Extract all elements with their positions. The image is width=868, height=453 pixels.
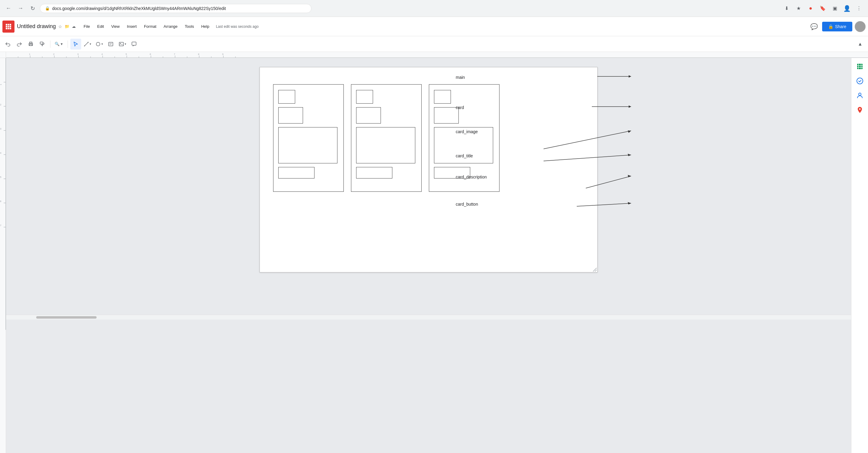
sidebar-contacts-icon[interactable] [854, 89, 866, 101]
label-card-description: card_description [456, 174, 487, 180]
card-1-description [278, 127, 337, 163]
ruler-left: 1 2 3 4 5 6 7 [0, 58, 6, 453]
svg-text:1: 1 [0, 84, 2, 85]
ruler-corner [0, 52, 6, 58]
window-icon[interactable]: ▣ [829, 3, 840, 14]
svg-rect-8 [40, 42, 43, 44]
divider-2 [68, 40, 68, 48]
menu-insert[interactable]: Insert [124, 22, 140, 30]
star-icon[interactable]: ☆ [58, 24, 62, 29]
textbox-tool[interactable] [105, 39, 116, 50]
label-card-button: card_button [456, 202, 478, 207]
app-title-area: Untitled drawing ☆ 📁 ☁ [17, 23, 76, 30]
bookmark-icon[interactable]: ★ [793, 3, 804, 14]
app-logo [2, 21, 14, 33]
menu-tools[interactable]: Tools [182, 22, 197, 30]
sidebar-sheets-icon[interactable] [854, 60, 866, 72]
svg-rect-14 [108, 42, 113, 46]
toolbar-right: ▲ [855, 39, 866, 50]
card-1-button [278, 167, 314, 179]
user-avatar[interactable] [855, 21, 866, 32]
comment-button[interactable]: 💬 [809, 21, 820, 32]
comment-tool[interactable] [129, 39, 140, 50]
svg-text:9: 9 [222, 53, 224, 56]
svg-text:5: 5 [126, 53, 127, 56]
drawing-scroll-area[interactable]: main card card_image card_title card_des… [6, 58, 851, 453]
menu-arrange[interactable]: Arrange [161, 22, 181, 30]
svg-text:3: 3 [77, 53, 79, 56]
scroll-thumb[interactable] [36, 316, 97, 319]
app-title[interactable]: Untitled drawing [17, 23, 56, 30]
ruler-left-svg: 1 2 3 4 5 6 7 [0, 58, 6, 330]
google-icon[interactable]: ● [805, 3, 816, 14]
svg-text:2: 2 [53, 53, 55, 56]
menu-edit[interactable]: Edit [94, 22, 107, 30]
svg-marker-69 [628, 130, 631, 133]
lock-icon: 🔒 [828, 24, 833, 29]
select-tool[interactable] [70, 39, 81, 50]
collapse-button[interactable]: ▲ [855, 39, 866, 50]
menu-format[interactable]: Format [141, 22, 159, 30]
card-1[interactable] [273, 84, 344, 192]
svg-marker-65 [629, 75, 631, 78]
canvas-row: 1 2 3 4 5 6 7 [0, 58, 868, 453]
app-bar: Untitled drawing ☆ 📁 ☁ File Edit View In… [0, 17, 868, 36]
svg-text:6: 6 [150, 53, 151, 56]
shape-tool-dropdown[interactable]: ▾ [94, 40, 105, 48]
svg-marker-75 [628, 202, 631, 205]
print-button[interactable] [25, 39, 36, 50]
zoom-dropdown[interactable]: 🔍 ▾ [53, 40, 65, 48]
forward-button[interactable]: → [16, 4, 25, 13]
redo-button[interactable] [14, 39, 25, 50]
extension-icon[interactable]: 🔖 [817, 3, 828, 14]
card-2[interactable] [351, 84, 422, 192]
svg-rect-76 [857, 64, 863, 69]
content-area: 1 2 3 4 5 6 7 8 9 [0, 52, 868, 453]
undo-button[interactable] [2, 39, 13, 50]
menu-help[interactable]: Help [198, 22, 213, 30]
right-sidebar [851, 58, 868, 453]
drawing-tools: ▾ ▾ ▾ [70, 39, 140, 50]
download-icon[interactable]: ⬇ [781, 3, 792, 14]
profile-icon[interactable]: 👤 [841, 3, 852, 14]
sidebar-maps-icon[interactable] [854, 104, 866, 116]
back-button[interactable]: ← [4, 4, 13, 13]
menu-view[interactable]: View [108, 22, 123, 30]
svg-line-68 [544, 131, 631, 149]
card-3-image [434, 107, 459, 123]
resize-handle[interactable] [592, 267, 597, 272]
divider-1 [50, 40, 51, 48]
svg-point-9 [42, 44, 43, 45]
horizontal-scrollbar[interactable] [6, 315, 851, 320]
svg-rect-19 [132, 42, 136, 45]
line-tool-dropdown[interactable]: ▾ [82, 40, 93, 48]
card-1-image [278, 107, 303, 123]
card-2-image [356, 107, 381, 123]
menu-icon[interactable]: ⋮ [854, 3, 864, 14]
cloud-icon[interactable]: ☁ [72, 24, 76, 29]
drawing-canvas[interactable] [259, 67, 597, 272]
share-label: Share [835, 24, 846, 29]
svg-text:1: 1 [29, 53, 30, 56]
image-tool-dropdown[interactable]: ▾ [117, 40, 128, 48]
url-bar[interactable]: 🔒 docs.google.com/drawings/d/1dgNRhXRkln… [40, 4, 311, 13]
svg-text:2: 2 [0, 103, 1, 106]
sidebar-tasks-icon[interactable] [854, 75, 866, 87]
menu-file[interactable]: File [81, 22, 93, 30]
card-2-description [356, 127, 415, 163]
svg-point-81 [857, 78, 863, 84]
browser-icons: ⬇ ★ ● 🔖 ▣ 👤 ⋮ [781, 3, 864, 14]
ruler-top: 1 2 3 4 5 6 7 8 9 [6, 52, 868, 58]
menu-bar: File Edit View Insert Format Arrange Too… [81, 18, 259, 35]
svg-rect-17 [119, 42, 123, 46]
svg-rect-6 [30, 42, 32, 43]
svg-point-13 [96, 42, 100, 46]
reload-button[interactable]: ↻ [28, 4, 37, 13]
paint-format-button[interactable] [37, 39, 48, 50]
svg-text:3: 3 [0, 127, 1, 130]
svg-rect-7 [30, 44, 32, 46]
card-2-icon [356, 90, 373, 103]
svg-line-10 [85, 42, 88, 46]
move-to-icon[interactable]: 📁 [65, 24, 69, 29]
share-button[interactable]: 🔒 Share [822, 22, 852, 31]
